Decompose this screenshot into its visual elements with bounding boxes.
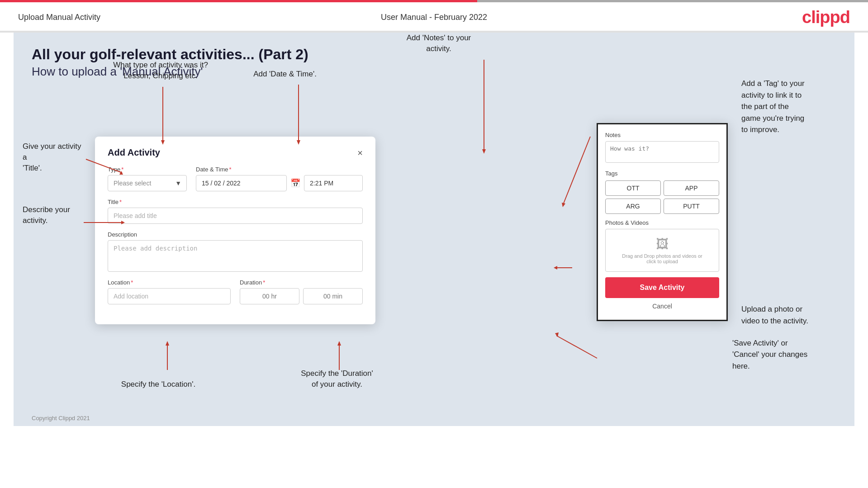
title-label: Title*	[108, 199, 363, 205]
title-input[interactable]	[108, 208, 363, 224]
callout-save-cancel: 'Save Activity' or 'Cancel' your changes…	[732, 337, 841, 372]
datetime-group: Date & Time* 📅	[196, 166, 363, 191]
tag-arg[interactable]: ARG	[605, 199, 661, 214]
type-datetime-row: Type* Please select ▼ Date & Time* 📅	[108, 166, 363, 191]
page-title: Upload Manual Activity	[18, 13, 100, 22]
callout-activity-type: What type of activity was it? Lesson, Ch…	[111, 60, 210, 81]
svg-marker-19	[555, 332, 559, 337]
tag-ott[interactable]: OTT	[605, 180, 661, 196]
description-label: Description	[108, 231, 363, 238]
top-bar: Upload Manual Activity User Manual - Feb…	[0, 2, 868, 32]
duration-min-input[interactable]	[303, 288, 363, 304]
svg-line-14	[563, 137, 590, 204]
location-group: Location*	[108, 279, 231, 304]
cancel-link[interactable]: Cancel	[605, 303, 719, 313]
callout-datetime: Add 'Date & Time'.	[240, 69, 330, 80]
svg-marker-9	[166, 341, 169, 346]
modal-header: Add Activity ×	[108, 147, 363, 158]
photo-icon: 🖼	[606, 237, 719, 251]
notes-label: Notes	[605, 132, 719, 138]
logo: clippd	[802, 8, 850, 27]
duration-hr-input[interactable]	[240, 288, 299, 304]
svg-marker-13	[482, 149, 486, 154]
tags-label: Tags	[605, 170, 719, 177]
main-content: All your golf-relevant activities... (Pa…	[14, 33, 854, 426]
tag-putt[interactable]: PUTT	[664, 199, 719, 214]
svg-marker-15	[562, 203, 565, 207]
callout-upload-media: Upload a photo or video to the activity.	[741, 303, 841, 327]
datetime-label: Date & Time*	[196, 166, 363, 173]
time-input[interactable]	[304, 175, 363, 191]
callout-title: Give your activity a 'Title'.	[23, 141, 86, 173]
modal-title: Add Activity	[108, 147, 160, 158]
notes-textarea[interactable]	[605, 141, 719, 163]
copyright: Copyright Clippd 2021	[32, 415, 90, 422]
manual-label: User Manual - February 2022	[381, 13, 487, 22]
callout-duration: Specify the 'Duration' of your activity.	[285, 368, 389, 390]
title-group: Title*	[108, 199, 363, 224]
photos-label: Photos & Videos	[605, 219, 719, 226]
callout-notes: Add 'Notes' to your activity.	[389, 33, 489, 54]
location-label: Location*	[108, 279, 231, 286]
photos-drop-zone[interactable]: 🖼 Drag and Drop photos and videos or cli…	[605, 229, 719, 272]
phone-content: Notes Tags OTT APP ARG PUTT Photos & Vid…	[598, 124, 726, 320]
tags-grid: OTT APP ARG PUTT	[605, 180, 719, 214]
location-input[interactable]	[108, 288, 231, 304]
duration-inputs	[240, 288, 363, 304]
modal-close-button[interactable]: ×	[357, 148, 363, 157]
duration-group: Duration*	[240, 279, 363, 304]
save-activity-button[interactable]: Save Activity	[605, 277, 719, 298]
description-group: Description	[108, 231, 363, 272]
type-group: Type* Please select ▼	[108, 166, 187, 191]
date-input[interactable]	[196, 175, 287, 191]
callout-tag: Add a 'Tag' to your activity to link it …	[741, 78, 841, 136]
date-time-inputs: 📅	[196, 175, 363, 191]
duration-label: Duration*	[240, 279, 363, 286]
photos-drop-text: Drag and Drop photos and videos or click…	[606, 253, 719, 264]
svg-marker-11	[337, 341, 341, 346]
type-select-wrapper: Please select ▼	[108, 175, 187, 191]
type-select[interactable]: Please select	[108, 175, 187, 191]
svg-marker-17	[554, 266, 557, 270]
location-duration-row: Location* Duration*	[108, 279, 363, 304]
type-label: Type*	[108, 166, 187, 173]
calendar-icon: 📅	[290, 178, 300, 188]
description-textarea[interactable]	[108, 240, 363, 272]
phone-panel: Notes Tags OTT APP ARG PUTT Photos & Vid…	[597, 123, 728, 321]
callout-location: Specify the 'Location'.	[113, 379, 204, 390]
callout-describe: Describe your activity.	[23, 204, 86, 226]
svg-line-18	[556, 336, 597, 358]
tag-app[interactable]: APP	[664, 180, 719, 196]
add-activity-modal: Add Activity × Type* Please select ▼ Dat…	[95, 137, 375, 324]
